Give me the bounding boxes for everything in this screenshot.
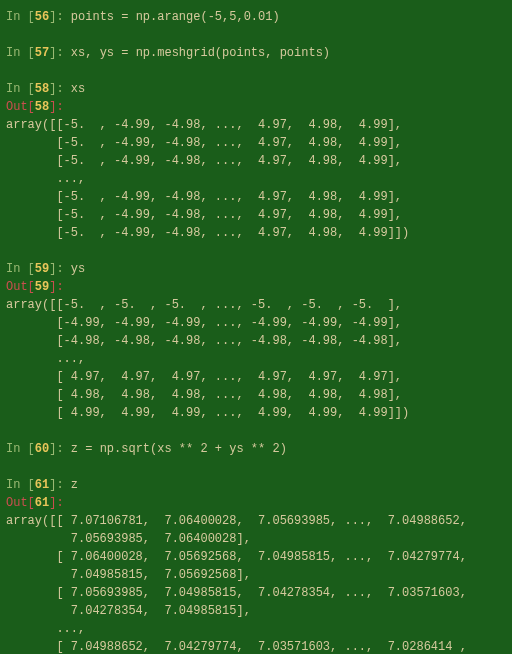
output-line: [-4.98, -4.98, -4.98, ..., -4.98, -4.98,… — [6, 332, 506, 350]
input-code: z — [71, 478, 78, 492]
output-line: 7.04278354, 7.04985815], — [6, 602, 506, 620]
in-prompt: In [ — [6, 478, 35, 492]
blank-line — [6, 242, 506, 260]
cell-number: 56 — [35, 10, 49, 24]
output-line: array([[-5. , -5. , -5. , ..., -5. , -5.… — [6, 296, 506, 314]
input-cell[interactable]: In [58]: xs — [6, 80, 506, 98]
input-code: z = np.sqrt(xs ** 2 + ys ** 2) — [71, 442, 287, 456]
output-line: ..., — [6, 350, 506, 368]
output-line: [-5. , -4.99, -4.98, ..., 4.97, 4.98, 4.… — [6, 152, 506, 170]
in-prompt: In [ — [6, 82, 35, 96]
output-line: [ 7.04988652, 7.04279774, 7.03571603, ..… — [6, 638, 506, 654]
blank-line — [6, 26, 506, 44]
input-cell[interactable]: In [61]: z — [6, 476, 506, 494]
output-line: [ 7.06400028, 7.05692568, 7.04985815, ..… — [6, 548, 506, 566]
input-cell[interactable]: In [56]: points = np.arange(-5,5,0.01) — [6, 8, 506, 26]
input-code: points = np.arange(-5,5,0.01) — [71, 10, 280, 24]
output-line: [-5. , -4.99, -4.98, ..., 4.97, 4.98, 4.… — [6, 134, 506, 152]
cell-number: 59 — [35, 262, 49, 276]
ipython-session: In [56]: points = np.arange(-5,5,0.01) I… — [6, 8, 506, 654]
output-line: [-5. , -4.99, -4.98, ..., 4.97, 4.98, 4.… — [6, 188, 506, 206]
output-line: [ 4.97, 4.97, 4.97, ..., 4.97, 4.97, 4.9… — [6, 368, 506, 386]
output-line: array([[ 7.07106781, 7.06400028, 7.05693… — [6, 512, 506, 530]
input-cell[interactable]: In [59]: ys — [6, 260, 506, 278]
output-line: [-4.99, -4.99, -4.99, ..., -4.99, -4.99,… — [6, 314, 506, 332]
output-line: ..., — [6, 620, 506, 638]
input-cell[interactable]: In [60]: z = np.sqrt(xs ** 2 + ys ** 2) — [6, 440, 506, 458]
output-line: [-5. , -4.99, -4.98, ..., 4.97, 4.98, 4.… — [6, 224, 506, 242]
output-line: [-5. , -4.99, -4.98, ..., 4.97, 4.98, 4.… — [6, 206, 506, 224]
output-line: [ 4.98, 4.98, 4.98, ..., 4.98, 4.98, 4.9… — [6, 386, 506, 404]
in-prompt: In [ — [6, 10, 35, 24]
cell-number: 57 — [35, 46, 49, 60]
blank-line — [6, 62, 506, 80]
blank-line — [6, 458, 506, 476]
output-label: Out[58]: — [6, 98, 506, 116]
output-label: Out[59]: — [6, 278, 506, 296]
in-prompt: In [ — [6, 46, 35, 60]
output-label: Out[61]: — [6, 494, 506, 512]
output-line: [ 4.99, 4.99, 4.99, ..., 4.99, 4.99, 4.9… — [6, 404, 506, 422]
input-code: xs — [71, 82, 85, 96]
cell-number: 61 — [35, 478, 49, 492]
output-line: ..., — [6, 170, 506, 188]
cell-number: 60 — [35, 442, 49, 456]
input-cell[interactable]: In [57]: xs, ys = np.meshgrid(points, po… — [6, 44, 506, 62]
in-prompt: In [ — [6, 262, 35, 276]
output-line: 7.05693985, 7.06400028], — [6, 530, 506, 548]
in-prompt: In [ — [6, 442, 35, 456]
blank-line — [6, 422, 506, 440]
output-line: [ 7.05693985, 7.04985815, 7.04278354, ..… — [6, 584, 506, 602]
input-code: ys — [71, 262, 85, 276]
output-line: array([[-5. , -4.99, -4.98, ..., 4.97, 4… — [6, 116, 506, 134]
input-code: xs, ys = np.meshgrid(points, points) — [71, 46, 330, 60]
cell-number: 58 — [35, 82, 49, 96]
output-line: 7.04985815, 7.05692568], — [6, 566, 506, 584]
